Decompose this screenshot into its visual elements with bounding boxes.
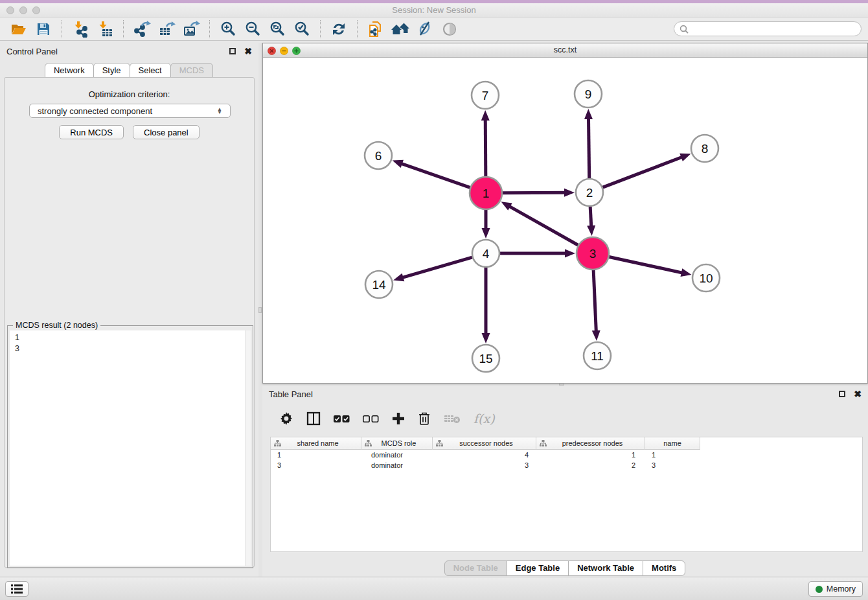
arrowhead-icon	[482, 333, 490, 343]
optimization-label: Optimization criterion:	[5, 89, 254, 99]
table-cell[interactable]: 3	[271, 461, 361, 469]
status-bar: Memory	[0, 577, 868, 600]
graph-node-label: 11	[591, 349, 604, 363]
show-hide-icon[interactable]	[437, 19, 462, 40]
tab-mcds[interactable]: MCDS	[170, 63, 213, 78]
arrowhead-icon	[681, 268, 692, 277]
tab-node-table[interactable]: Node Table	[444, 560, 507, 576]
arrowhead-icon	[481, 110, 490, 121]
table-cell[interactable]: 2	[536, 461, 645, 469]
float-panel-icon[interactable]	[229, 48, 236, 54]
graph-edge-1-2[interactable]	[503, 192, 567, 193]
table-panel-title: Table Panel	[269, 389, 313, 399]
float-panel-icon[interactable]	[839, 391, 845, 397]
delete-table-icon	[444, 413, 461, 424]
graph-node-label: 14	[372, 278, 386, 292]
memory-label: Memory	[827, 584, 856, 594]
search-field[interactable]	[674, 21, 862, 36]
save-session-icon[interactable]	[31, 19, 56, 40]
search-input[interactable]	[692, 25, 856, 34]
node-table[interactable]: shared nameMCDS rolesuccessor nodesprede…	[270, 437, 863, 552]
arrowhead-icon	[482, 228, 490, 238]
table-cell[interactable]: 1	[645, 451, 700, 459]
close-panel-icon[interactable]: ✖	[854, 389, 862, 398]
column-header-successor-nodes[interactable]: successor nodes	[433, 437, 536, 450]
zoom-out-icon[interactable]	[240, 19, 265, 40]
tab-style[interactable]: Style	[93, 63, 130, 78]
tab-network[interactable]: Network	[45, 63, 94, 78]
graph-edge-3-1[interactable]	[508, 205, 578, 245]
result-scrollbar[interactable]	[245, 330, 251, 566]
graph-edge-2-9[interactable]	[588, 117, 589, 178]
graph-edge-1-6[interactable]	[400, 163, 470, 188]
mcds-result-line: 3	[15, 343, 246, 354]
arrowhead-icon	[592, 330, 600, 341]
mcds-panel: Optimization criterion: strongly connect…	[4, 77, 255, 568]
add-column-icon[interactable]	[392, 412, 405, 425]
table-cell[interactable]: 4	[433, 451, 536, 459]
apply-style-icon[interactable]	[413, 19, 437, 40]
window-titlebar: Session: New Session	[0, 0, 868, 17]
select-all-icon[interactable]	[334, 415, 350, 423]
memory-button[interactable]: Memory	[808, 581, 863, 597]
clone-network-icon[interactable]	[363, 19, 388, 40]
export-image-icon[interactable]	[179, 19, 203, 40]
import-table-icon[interactable]	[93, 19, 117, 40]
control-panel-title: Control Panel	[6, 47, 58, 56]
zoom-selected-icon[interactable]	[290, 19, 314, 40]
import-network-icon[interactable]	[68, 19, 93, 40]
graph-edge-3-11[interactable]	[593, 270, 596, 333]
zoom-in-icon[interactable]	[216, 19, 240, 40]
zoom-fit-icon[interactable]	[265, 19, 290, 40]
arrowhead-icon	[564, 189, 575, 197]
column-header-predecessor-nodes[interactable]: predecessor nodes	[536, 437, 645, 450]
table-cell[interactable]: dominator	[361, 461, 433, 469]
search-icon	[680, 25, 689, 34]
tab-network-table[interactable]: Network Table	[568, 560, 643, 576]
column-view-icon[interactable]	[306, 411, 321, 426]
table-tabs: Node TableEdge TableNetwork TableMotifs	[262, 560, 868, 576]
column-header-shared-name[interactable]: shared name	[271, 437, 361, 450]
graph-edge-1-7[interactable]	[485, 118, 486, 176]
network-window-titlebar[interactable]: scc.txt	[263, 43, 867, 58]
criterion-value: strongly connected component	[38, 106, 152, 116]
column-header-name[interactable]: name	[645, 437, 700, 450]
splitter-grip[interactable]	[258, 307, 262, 313]
export-table-icon[interactable]	[154, 19, 179, 40]
deselect-all-icon[interactable]	[363, 415, 379, 423]
run-mcds-button[interactable]: Run MCDS	[59, 125, 124, 139]
arrowhead-icon	[587, 225, 595, 236]
table-cell[interactable]: 1	[271, 451, 361, 459]
memory-status-icon	[816, 586, 823, 593]
refresh-icon[interactable]	[326, 19, 351, 40]
table-row[interactable]: 1dominator411	[271, 450, 862, 460]
column-header-MCDS-role[interactable]: MCDS role	[361, 437, 433, 450]
mcds-result-line: 1	[15, 332, 246, 343]
open-session-icon[interactable]	[6, 19, 31, 40]
criterion-dropdown[interactable]: strongly connected component ▲▼	[29, 104, 231, 118]
graph-node-label: 15	[479, 352, 492, 365]
table-cell[interactable]: 3	[645, 461, 700, 469]
graph-edge-4-14[interactable]	[401, 257, 472, 278]
gear-icon[interactable]	[279, 411, 293, 426]
close-panel-icon[interactable]: ✖	[244, 47, 252, 56]
tab-edge-table[interactable]: Edge Table	[507, 560, 569, 576]
delete-icon[interactable]	[418, 411, 431, 426]
task-history-button[interactable]	[5, 581, 29, 597]
table-cell[interactable]: 3	[433, 461, 536, 469]
table-cell[interactable]: 1	[536, 451, 645, 459]
graph-edge-2-8[interactable]	[603, 156, 684, 187]
network-graph-canvas[interactable]: 7968124314101511	[263, 58, 867, 384]
tab-motifs[interactable]: Motifs	[643, 560, 685, 576]
table-cell[interactable]: dominator	[361, 451, 433, 459]
table-row[interactable]: 3dominator323	[271, 460, 862, 470]
graph-node-label: 3	[589, 247, 597, 260]
export-network-icon[interactable]	[130, 19, 154, 40]
graph-edge-3-10[interactable]	[609, 257, 683, 273]
tab-select[interactable]: Select	[130, 63, 171, 78]
mcds-result-list: 13	[10, 330, 251, 566]
close-panel-button[interactable]: Close panel	[133, 125, 200, 139]
home-layout-icon[interactable]	[388, 19, 413, 40]
graph-edge-2-3[interactable]	[590, 207, 591, 228]
arrowhead-icon	[680, 154, 691, 161]
